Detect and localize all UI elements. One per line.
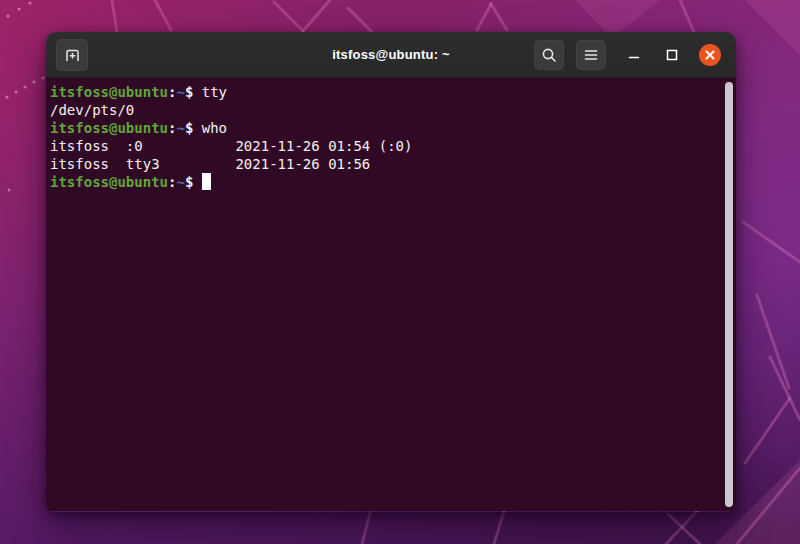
terminal-window: itsfoss@ubuntu: ~ <box>46 32 736 512</box>
terminal-line-prompt: itsfoss@ubuntu:~$ who <box>50 119 722 137</box>
search-icon <box>541 47 557 63</box>
prompt-user-host: itsfoss@ubuntu <box>50 174 168 190</box>
terminal-line-prompt: itsfoss@ubuntu:~$ tty <box>50 83 722 101</box>
command-text: who <box>202 120 227 136</box>
hamburger-menu-icon <box>583 47 599 63</box>
terminal-line-output: /dev/pts/0 <box>50 101 722 119</box>
close-button[interactable] <box>698 43 722 67</box>
scrollbar[interactable] <box>725 82 733 507</box>
prompt-path: ~ <box>176 84 184 100</box>
command-text: tty <box>202 84 227 100</box>
prompt-user-host: itsfoss@ubuntu <box>50 120 168 136</box>
close-icon <box>698 43 722 67</box>
menu-button[interactable] <box>576 40 606 70</box>
terminal-output-area[interactable]: itsfoss@ubuntu:~$ tty /dev/pts/0 itsfoss… <box>46 78 736 511</box>
prompt-path: ~ <box>176 174 184 190</box>
prompt-symbol: $ <box>185 84 202 100</box>
minimize-button[interactable] <box>622 43 646 67</box>
new-tab-icon <box>64 47 81 64</box>
minimize-icon <box>627 48 641 62</box>
maximize-icon <box>665 48 679 62</box>
titlebar[interactable]: itsfoss@ubuntu: ~ <box>46 32 736 78</box>
maximize-button[interactable] <box>660 43 684 67</box>
prompt-user-host: itsfoss@ubuntu <box>50 84 168 100</box>
new-tab-button[interactable] <box>56 39 88 71</box>
desktop-background: itsfoss@ubuntu: ~ <box>0 0 800 544</box>
prompt-path: ~ <box>176 120 184 136</box>
search-button[interactable] <box>534 40 564 70</box>
terminal-line-output: itsfoss :0 2021-11-26 01:54 (:0) <box>50 137 722 155</box>
prompt-symbol: $ <box>185 120 202 136</box>
terminal-line-prompt: itsfoss@ubuntu:~$ <box>50 173 722 191</box>
text-cursor <box>202 173 211 190</box>
terminal-line-output: itsfoss tty3 2021-11-26 01:56 <box>50 155 722 173</box>
prompt-symbol: $ <box>185 174 202 190</box>
